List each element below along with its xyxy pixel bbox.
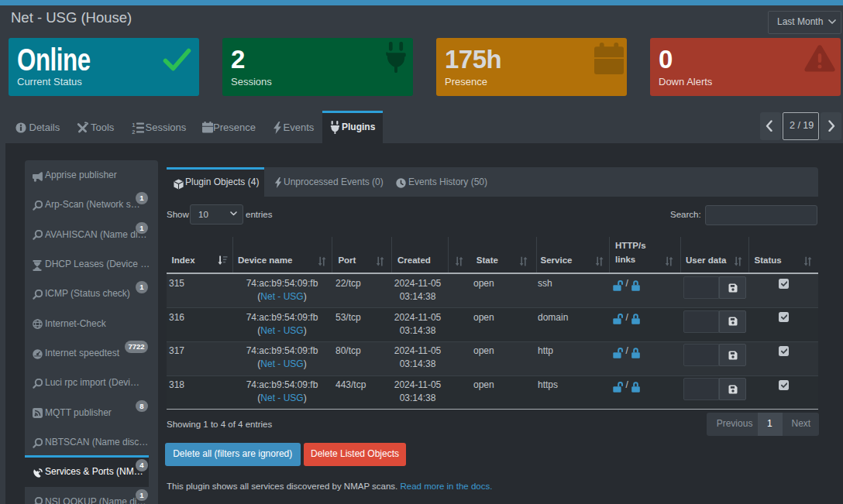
svg-text:2: 2	[132, 129, 135, 134]
svg-text:1: 1	[132, 122, 135, 129]
